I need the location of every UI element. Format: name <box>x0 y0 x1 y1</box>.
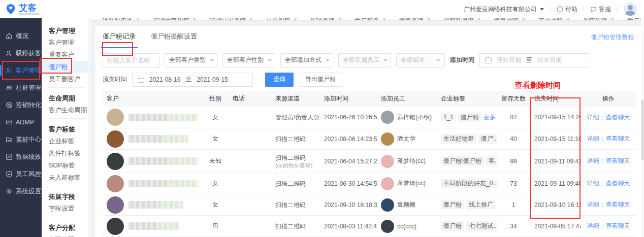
workspace-tab[interactable]: 客户群发× <box>348 18 392 20</box>
lost-time-cell: 2021-09-11 09:42:16 <box>530 150 581 173</box>
sidebar-item-conversion[interactable]: 营销转化 <box>0 96 42 114</box>
detail-link[interactable]: 详细 <box>587 180 599 187</box>
close-icon[interactable]: × <box>566 18 569 21</box>
sidebar-item-label: 素材中心 <box>16 136 41 144</box>
help-button[interactable]: 帮助 <box>557 5 577 14</box>
detail-link[interactable]: 详细 <box>587 135 599 142</box>
customer-type-select[interactable]: 全部客户类型 <box>165 53 217 67</box>
close-icon[interactable]: × <box>338 18 341 21</box>
close-icon[interactable]: × <box>249 18 252 21</box>
workspace-tab[interactable]: 短信管理× <box>304 18 348 20</box>
subnav-item-condition-tags[interactable]: 条件打标签 <box>42 147 91 159</box>
customer-service-button[interactable]: 客服 <box>590 5 611 14</box>
primary-sidebar: 概况 吸粉获客 客户管理 社群管理 营销转化 ADMP 素材中心 数据绩效 <box>0 18 42 237</box>
divider: | <box>601 222 603 229</box>
workspace-tab[interactable]: 企业通讯录× <box>95 18 146 20</box>
detail-link[interactable]: 详细 <box>587 222 599 229</box>
customer-gender-select[interactable]: 全部客户性别 <box>222 53 275 67</box>
search-button[interactable]: 查询 <box>265 73 294 87</box>
customer-avatar <box>107 153 124 170</box>
workspace-tab[interactable]: 加粉短链× <box>576 18 620 20</box>
lost-time-label: 流失时间 <box>103 75 127 84</box>
blurred-customer-name <box>128 180 198 187</box>
add-time-range-picker[interactable]: 开始日期 至 结束日期 <box>479 53 590 67</box>
detail-link[interactable]: 详细 <box>587 114 599 121</box>
workspace-tab[interactable]: 智能订单加粉× <box>203 18 259 20</box>
workspace-tab[interactable]: 分流活码× <box>532 18 576 20</box>
close-icon[interactable]: × <box>522 18 525 21</box>
view-chat-link[interactable]: 查看聊天 <box>606 222 630 229</box>
sidebar-item-settings[interactable]: 系统设置 <box>0 183 42 200</box>
tab-label: 加粉短链 <box>583 18 607 21</box>
user-avatar[interactable] <box>624 3 637 16</box>
shield-check-icon <box>6 171 13 178</box>
range-separator: 至 <box>185 75 191 84</box>
add-time-cell: 2021-08-03 11:42:49 <box>320 216 377 237</box>
close-icon[interactable]: × <box>427 18 430 21</box>
topbar: 艾客 广州壹豆网络科技有限公司 帮助 客服 <box>0 0 644 18</box>
close-icon[interactable]: × <box>136 18 139 21</box>
magnet-user-icon <box>6 50 13 57</box>
sidebar-item-community[interactable]: 社群管理 <box>0 79 42 96</box>
sidebar-item-overview[interactable]: 概况 <box>0 27 42 45</box>
scrollbar-thumb[interactable] <box>641 99 643 160</box>
subnav-item-active-allocation[interactable]: 在职分配 <box>42 233 91 237</box>
sidebar-item-admp[interactable]: ADMP <box>0 114 42 131</box>
view-chat-link[interactable]: 查看聊天 <box>606 135 630 142</box>
logo-text: 艾客 <box>19 4 40 12</box>
staff-name: 蒋梦琦(cc) <box>397 179 426 188</box>
sidebar-item-risk-control[interactable]: 员工风控 <box>0 165 42 183</box>
lost-time-range-picker[interactable]: 2021-08-16 至 2021-09-15 <box>132 73 253 87</box>
subnav-item-lifecycle[interactable]: 客户生命周期 <box>42 104 91 116</box>
workspace-tab[interactable]: 加粉欢迎语× <box>437 18 487 20</box>
subnav-item-sop-tags[interactable]: SOP标签 <box>42 159 91 172</box>
subnav-group-title: 生命周期 <box>42 90 91 104</box>
close-icon[interactable]: × <box>610 18 614 21</box>
vertical-scrollbar[interactable] <box>641 18 644 237</box>
detail-link[interactable]: 详细 <box>587 157 599 164</box>
sidebar-item-materials[interactable]: 素材中心 <box>0 131 42 148</box>
staff-select[interactable]: 全部所属员工 <box>338 53 391 67</box>
close-icon[interactable]: × <box>477 18 480 21</box>
more-tags-link[interactable]: 更多 <box>484 114 496 121</box>
subnav-item-zombie-fans[interactable]: 僵尸粉 <box>42 61 91 73</box>
range-separator: 至 <box>526 56 532 64</box>
users-icon <box>6 67 13 74</box>
sidebar-item-acquisition[interactable]: 吸粉获客 <box>0 45 42 62</box>
sidebar-item-performance[interactable]: 数据绩效 <box>0 148 42 165</box>
chevron-down-icon <box>383 59 388 61</box>
tab-zombie-alert-settings[interactable]: 僵尸粉提醒设置 <box>151 26 197 48</box>
view-chat-link[interactable]: 查看聊天 <box>606 114 630 121</box>
tab-label: 加粉欢迎语 <box>443 18 474 21</box>
workspace-tab[interactable]: 订单加粉× <box>259 18 303 20</box>
workspace-tab[interactable]: 渠道活码× <box>488 18 532 20</box>
view-chat-link[interactable]: 查看聊天 <box>606 201 630 208</box>
company-switcher[interactable]: 广州壹豆网络科技有限公司 <box>464 5 544 14</box>
export-button[interactable]: 导出僵尸粉 <box>299 73 342 87</box>
view-chat-link[interactable]: 查看聊天 <box>606 157 630 164</box>
close-icon[interactable]: × <box>294 18 297 21</box>
subnav-item-not-in-group-tags[interactable]: 未入群标签 <box>42 172 91 184</box>
close-icon[interactable]: × <box>192 18 196 21</box>
subnav-item-field-settings[interactable]: 字段设置 <box>42 202 91 215</box>
view-chat-link[interactable]: 查看聊天 <box>606 180 630 187</box>
subnav-item-duplicate-customers[interactable]: 重复客户 <box>42 49 91 61</box>
table-row: 男 扫描二维码 2021-08-03 11:42:49 cc(ccc) 僵尸粉七… <box>103 216 636 237</box>
customer-name-input[interactable] <box>103 53 159 67</box>
close-icon[interactable]: × <box>382 18 385 21</box>
add-method-select[interactable]: 全部添加方式 <box>280 53 333 67</box>
retention-days-cell: 82 <box>497 107 530 128</box>
subnav-item-customer-management[interactable]: 客户管理 <box>42 37 91 49</box>
tutorial-link[interactable]: 僵尸粉管理教程 <box>591 33 634 42</box>
tab-zombie-records[interactable]: 僵尸粉记录 <box>103 26 136 48</box>
detail-link[interactable]: 详细 <box>587 201 599 208</box>
tag-select[interactable]: 全部标签 <box>396 53 445 67</box>
workspace-tab[interactable]: 智能导表加粉× <box>146 18 202 20</box>
subnav-item-staff-deleted[interactable]: 员工删客户 <box>42 73 91 85</box>
workspace-tab[interactable]: 渠道管理× <box>393 18 437 20</box>
subnav-item-corp-tags[interactable]: 企业标签 <box>42 135 91 147</box>
source-subtext: (cc的快乐星球) <box>275 162 316 168</box>
tag-chip: 僵尸粉 <box>441 221 464 231</box>
sidebar-item-customer-management[interactable]: 客户管理 <box>0 62 42 79</box>
tag-chip: 客... <box>486 156 497 166</box>
